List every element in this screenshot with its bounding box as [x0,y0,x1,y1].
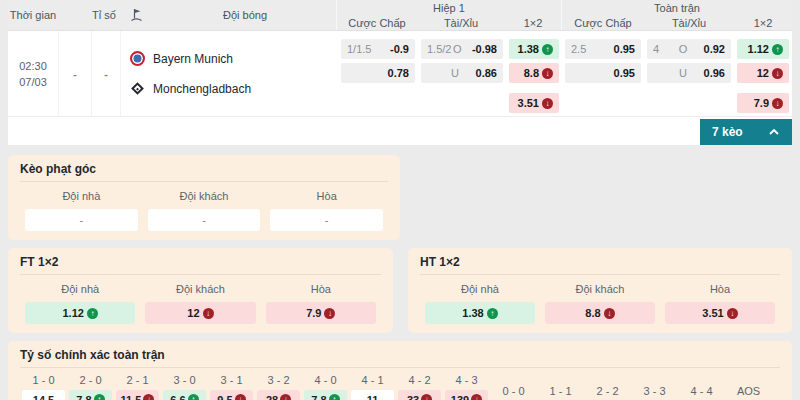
corner-away-column: Đội khách - [143,187,266,231]
header-h1-overunder: Tài/Xỉu [417,17,505,29]
over-label: O [677,43,689,55]
score-column: AOS1.93 [725,384,772,400]
ft-1x2-column: 1.12 ↑ 12 ↓ 7.9 ↓ [734,31,792,116]
ft-handicap-cell-2[interactable]: 0.95 [565,63,641,83]
home-label: Đội nhà [20,283,140,295]
ft-under-cell[interactable]: U 0.96 [647,63,731,83]
ft-panel-columns: Đội nhà 1.12 ↑ Đội khách 12 ↓ Hòa 7.9 ↓ [20,280,381,324]
monchengladbach-crest-icon [129,81,145,97]
ht-home-cell[interactable]: 1.38 ↑ [425,302,535,324]
header-team: Đội bóng [154,0,336,30]
score-odds-cell[interactable]: 7.8↑ [69,390,112,400]
ft-handicap-column: 2.5 0.95 0.95 [562,31,644,116]
odds-value: 7.9 [754,97,769,109]
odds-value: 7.9 [306,307,321,319]
trend-up-icon: ↑ [329,394,340,400]
teams-column: Bayern Munich Monchengladbach [121,31,338,116]
score-away: - [92,31,121,116]
ht-home-column: Đội nhà 1.38 ↑ [420,280,540,324]
score-odds-cell[interactable]: 33↓ [398,390,441,400]
score-odds-cell[interactable]: 11 [351,390,394,400]
trend-up-icon: ↑ [188,394,199,400]
corner-draw-cell[interactable]: - [270,209,383,231]
ft-1x2-draw-cell[interactable]: 7.9 ↓ [737,93,789,113]
ft-over-cell[interactable]: 4 O 0.92 [647,39,731,59]
h1-handicap-cell-1[interactable]: 1/1.5 -0.9 [341,39,415,59]
trend-up-icon: ↑ [487,308,498,319]
bayern-crest-icon [129,51,145,67]
score-label: 3 - 3 [631,384,678,398]
ht-draw-cell[interactable]: 3.51 ↓ [665,302,775,324]
ft-draw-cell[interactable]: 7.9 ↓ [266,302,376,324]
match-row: 02:30 07/03 - - Bayern Munich Monchengla… [8,31,792,117]
ft-home-cell[interactable]: 1.12 ↑ [25,302,135,324]
over-label: O [451,43,462,55]
h1-1x2-home-cell[interactable]: 1.38 ↑ [509,39,559,59]
home-label: Đội nhà [420,283,540,295]
score-column: 0 - 054↓ [490,384,537,400]
h1-handicap-cell-2[interactable]: 0.78 [341,63,415,83]
odds-value: 1.38 [462,307,483,319]
match-time: 02:30 07/03 [8,31,59,116]
h1-overunder-column: 1.5/2 O -0.98 U 0.86 [418,31,506,116]
ft-1x2-panel: FT 1×2 Đội nhà 1.12 ↑ Đội khách 12 ↓ Hòa [8,248,393,333]
ft-1x2-home-cell[interactable]: 1.12 ↑ [737,39,789,59]
score-home: - [59,31,92,116]
corner-home-cell[interactable]: - [25,209,138,231]
score-column: 2 - 07.8↑204↓ [67,373,114,400]
away-label: Đội khách [140,283,260,295]
away-label: Đội khách [143,190,266,202]
score-odds-cell[interactable]: 7.8↑ [304,390,347,400]
score-odds-cell[interactable]: 28↓ [257,390,300,400]
h1-under-cell[interactable]: U 0.86 [421,63,503,83]
score-label: 0 - 0 [490,384,537,398]
h1-handicap-column: 1/1.5 -0.9 0.78 [338,31,418,116]
ht-1x2-panel: HT 1×2 Đội nhà 1.38 ↑ Đội khách 8.8 ↓ Hò… [408,248,792,333]
ft-handicap-cell-1[interactable]: 2.5 0.95 [565,39,641,59]
h1-1x2-draw-cell[interactable]: 3.51 ↓ [509,93,559,113]
ft-draw-column: Hòa 7.9 ↓ [261,280,381,324]
h1-1x2-away-cell[interactable]: 8.8 ↓ [509,63,559,83]
trend-down-icon: ↓ [604,308,615,319]
home-team-row[interactable]: Bayern Munich [129,51,338,67]
score-odds-cell[interactable]: 14.5 [22,390,65,400]
away-team-row[interactable]: Monchengladbach [129,81,338,97]
odds-value: 28 [266,394,278,400]
score-odds-cell[interactable]: 6.6↑ [163,390,206,400]
header-score: Tỉ số [90,0,118,30]
odds-value: 0.95 [614,43,635,55]
odds-value: 7.8 [311,394,326,400]
draw-label: Hòa [660,283,780,295]
ht-away-cell[interactable]: 8.8 ↓ [545,302,655,324]
ft-away-cell[interactable]: 12 ↓ [145,302,255,324]
odds-value: 11.5 [121,394,142,400]
header-half1-subcolumns: Cược Chấp Tài/Xỉu 1×2 [337,15,561,30]
score-column: 3 - 228↓139↓ [255,373,302,400]
score-odds-cell[interactable]: 9.5↓ [210,390,253,400]
odds-value: 12 [187,307,199,319]
ftht-panels-row: FT 1×2 Đội nhà 1.12 ↑ Đội khách 12 ↓ Hòa [8,248,792,333]
header-h1-handicap: Cược Chấp [337,17,417,29]
ht-panel-columns: Đội nhà 1.38 ↑ Đội khách 8.8 ↓ Hòa 3.51 … [420,280,780,324]
score-column: 1 - 120↓ [537,384,584,400]
handicap-line: 2.5 [571,43,586,55]
under-label: U [449,67,461,79]
odds-value: 0.95 [614,67,635,79]
trend-down-icon: ↓ [280,394,291,400]
score-odds-cell[interactable]: 139↓ [445,390,488,400]
away-team-name: Monchengladbach [153,82,251,96]
score-column: 3 - 19.5↓244↓ [208,373,255,400]
more-odds-button[interactable]: 7 kèo [700,119,792,145]
score-label: 3 - 1 [208,373,255,387]
ou-line: 4 [653,43,659,55]
odds-value: 6.6 [170,394,185,400]
header-ft-handicap: Cược Chấp [562,17,644,29]
corner-away-cell[interactable]: - [148,209,261,231]
ft-1x2-away-cell[interactable]: 12 ↓ [737,63,789,83]
odds-value: 0.78 [388,67,409,79]
odds-value: -0.9 [390,43,409,55]
h1-over-cell[interactable]: 1.5/2 O -0.98 [421,39,503,59]
score-odds-cell[interactable]: 11.5↓ [116,390,159,400]
trend-down-icon: ↓ [143,394,154,400]
odds-value: 1.12 [748,43,769,55]
